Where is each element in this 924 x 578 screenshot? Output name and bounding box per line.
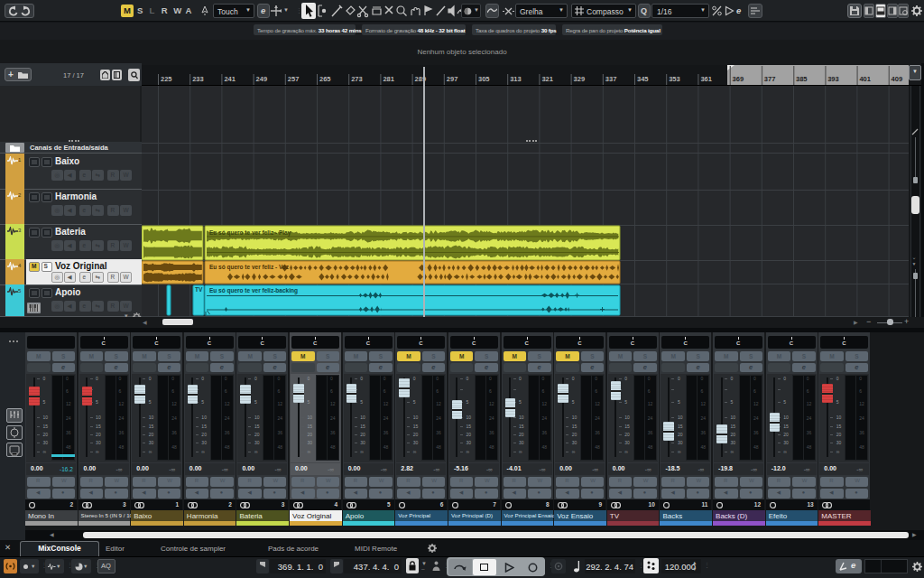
svg-text:369: 369 [733,75,744,83]
svg-text:393: 393 [827,75,839,83]
svg-text:257: 257 [288,75,300,83]
svg-text:305: 305 [478,75,490,83]
svg-text:313: 313 [510,75,522,83]
svg-text:353: 353 [669,75,680,83]
svg-text:233: 233 [192,75,204,83]
svg-text:329: 329 [574,75,586,83]
svg-text:Eu só quero te ver feliz - Pla: Eu só quero te ver feliz - Play [209,229,291,237]
svg-text:377: 377 [764,75,776,83]
svg-text:Eu só quero te ver feliz - Voz: Eu só quero te ver feliz - Voz [209,264,290,271]
svg-text:321: 321 [541,75,553,83]
svg-text:345: 345 [637,75,649,83]
svg-text:385: 385 [796,75,808,83]
svg-text:401: 401 [859,75,871,83]
svg-text:297: 297 [447,75,458,83]
svg-text:241: 241 [224,75,236,83]
svg-text:Eu só quero te ver feliz-backi: Eu só quero te ver feliz-backing [209,287,298,294]
svg-text:249: 249 [256,75,268,83]
svg-text:337: 337 [605,75,617,83]
svg-text:265: 265 [319,75,331,83]
svg-text:281: 281 [383,75,394,83]
svg-text:361: 361 [700,75,712,83]
svg-text:225: 225 [161,75,172,83]
svg-text:TV: TV [195,286,203,293]
svg-text:273: 273 [351,75,363,83]
svg-text:409: 409 [892,75,903,83]
